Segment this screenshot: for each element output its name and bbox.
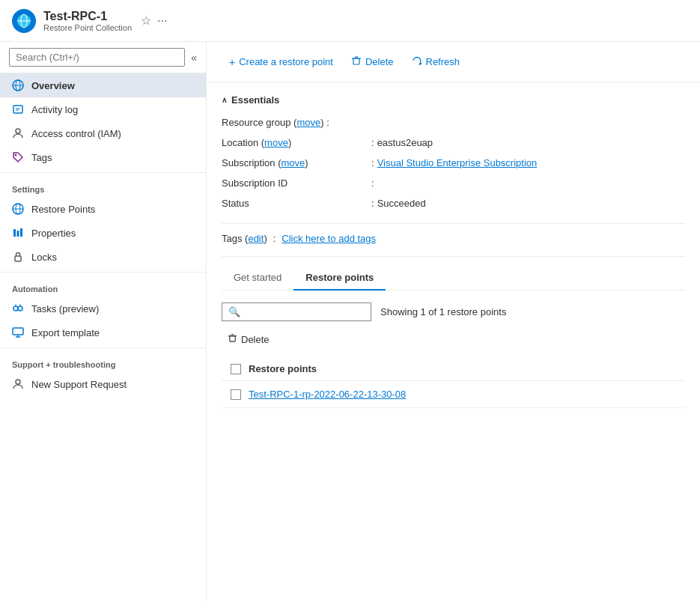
tags-label: Tags (edit) <box>222 233 267 244</box>
svg-rect-22 <box>13 328 23 335</box>
sidebar-item-export[interactable]: Export template <box>0 320 206 344</box>
subscription-move-link[interactable]: move <box>281 157 305 168</box>
sidebar-locks-label: Locks <box>31 252 57 263</box>
top-header: Test-RPC-1 Restore Point Collection ☆ ··… <box>0 0 700 42</box>
header-checkbox[interactable] <box>231 364 241 374</box>
svg-rect-15 <box>17 231 19 237</box>
activity-icon <box>12 103 24 115</box>
content-area: ∧ Essentials Resource group (move) : Loc… <box>207 82 700 602</box>
divider-2 <box>0 272 206 273</box>
sidebar-item-support[interactable]: New Support Request <box>0 372 206 396</box>
essentials-section: ∧ Essentials <box>222 94 685 106</box>
svg-point-10 <box>15 154 17 156</box>
tags-row: Tags (edit) : Click here to add tags <box>222 233 685 244</box>
sidebar-overview-label: Overview <box>31 80 75 91</box>
favorite-icon[interactable]: ☆ <box>141 13 151 28</box>
trash-icon <box>351 55 362 68</box>
main-content: + Create a restore point Delete <box>207 42 700 602</box>
table-row: Test-RPC-1-rp-2022-06-22-13-30-08 <box>222 381 685 408</box>
rg-move-link[interactable]: move <box>296 117 320 128</box>
search-input[interactable] <box>9 48 185 67</box>
table-header-label: Restore points <box>249 363 317 374</box>
app-icon <box>12 9 36 33</box>
support-person-icon <box>12 378 24 390</box>
sidebar-activity-label: Activity log <box>31 104 78 115</box>
rp-search-input[interactable] <box>245 306 371 317</box>
sidebar-item-locks[interactable]: Locks <box>0 245 206 269</box>
tag-icon <box>12 151 24 163</box>
content-divider <box>222 256 685 257</box>
rp-count: Showing 1 of 1 restore points <box>380 306 506 317</box>
divider-3 <box>0 347 206 348</box>
status-text: Succeeded <box>377 198 426 209</box>
restore-point-link[interactable]: Test-RPC-1-rp-2022-06-22-13-30-08 <box>249 389 406 400</box>
divider-1 <box>0 172 206 173</box>
tags-add-link[interactable]: Click here to add tags <box>281 233 376 244</box>
location-label: Location (move) <box>222 135 371 150</box>
sidebar-restore-label: Restore Points <box>31 204 95 215</box>
rg-value <box>371 115 685 130</box>
location-move-link[interactable]: move <box>264 137 288 148</box>
sidebar-item-activity-log[interactable]: Activity log <box>0 97 206 121</box>
refresh-icon <box>412 55 422 68</box>
svg-rect-16 <box>20 228 22 237</box>
table-header-row: Restore points <box>222 357 685 381</box>
delete-button[interactable]: Delete <box>344 51 401 73</box>
sidebar-item-properties[interactable]: Properties <box>0 221 206 245</box>
svg-rect-26 <box>353 58 359 64</box>
collapse-button[interactable]: « <box>191 52 197 64</box>
automation-section-header: Automation <box>0 276 206 297</box>
tabs: Get started Restore points <box>222 266 685 291</box>
rp-delete-button[interactable]: Delete <box>222 330 276 348</box>
more-options-icon[interactable]: ··· <box>157 14 167 28</box>
main-layout: « Overview Activity log <box>0 42 700 602</box>
resource-subtitle: Restore Point Collection <box>43 23 132 32</box>
rp-toolbar: 🔍 Showing 1 of 1 restore points <box>222 302 685 321</box>
subscription-link[interactable]: Visual Studio Enterprise Subscription <box>377 157 538 168</box>
subscription-label: Subscription (move) <box>222 155 371 171</box>
delete-button-label: Delete <box>365 56 394 67</box>
header-actions: ☆ ··· <box>141 13 167 28</box>
sidebar-properties-label: Properties <box>31 228 76 239</box>
essentials-grid: Resource group (move) : Location (move) … <box>222 115 685 211</box>
sidebar-tags-label: Tags <box>31 152 52 163</box>
tags-edit-link[interactable]: edit <box>248 233 264 244</box>
create-restore-point-button[interactable]: + Create a restore point <box>222 52 341 73</box>
essentials-chevron[interactable]: ∧ <box>222 96 227 104</box>
rp-search-box: 🔍 <box>222 302 371 321</box>
refresh-button[interactable]: Refresh <box>404 51 468 73</box>
tab-restore-points[interactable]: Restore points <box>293 266 386 291</box>
search-icon: 🔍 <box>228 306 240 317</box>
svg-rect-29 <box>230 336 235 341</box>
sidebar-tasks-label: Tasks (preview) <box>31 303 99 314</box>
sidebar-item-tags[interactable]: Tags <box>0 145 206 169</box>
subscription-id-value: : <box>371 175 685 191</box>
restore-icon <box>12 203 24 215</box>
svg-point-9 <box>16 129 20 133</box>
rp-delete-row: Delete <box>222 330 685 348</box>
tasks-icon <box>12 302 24 314</box>
sidebar-item-overview[interactable]: Overview <box>0 73 206 97</box>
row-checkbox[interactable] <box>231 389 241 400</box>
sidebar-item-tasks[interactable]: Tasks (preview) <box>0 297 206 320</box>
resource-title: Test-RPC-1 <box>43 10 132 23</box>
bars-icon <box>12 227 24 239</box>
svg-point-18 <box>13 306 18 311</box>
svg-rect-6 <box>13 106 22 113</box>
page-title-block: Test-RPC-1 Restore Point Collection <box>43 10 132 32</box>
essentials-title: Essentials <box>231 94 279 106</box>
rg-label: Resource group (move) : <box>222 115 371 130</box>
search-box: « <box>0 42 206 73</box>
sidebar-item-restore-points[interactable]: Restore Points <box>0 197 206 221</box>
status-value: : Succeeded <box>371 195 685 211</box>
create-button-label: Create a restore point <box>239 56 333 67</box>
location-value: : eastus2euap <box>371 135 685 150</box>
globe-icon <box>12 79 24 91</box>
monitor-icon <box>12 326 24 338</box>
sidebar: « Overview Activity log <box>0 42 207 602</box>
subscription-value: : Visual Studio Enterprise Subscription <box>371 155 685 171</box>
sidebar-item-access-control[interactable]: Access control (IAM) <box>0 121 206 145</box>
refresh-button-label: Refresh <box>426 56 460 67</box>
tab-get-started[interactable]: Get started <box>222 266 293 291</box>
sidebar-support-label: New Support Request <box>31 379 127 390</box>
